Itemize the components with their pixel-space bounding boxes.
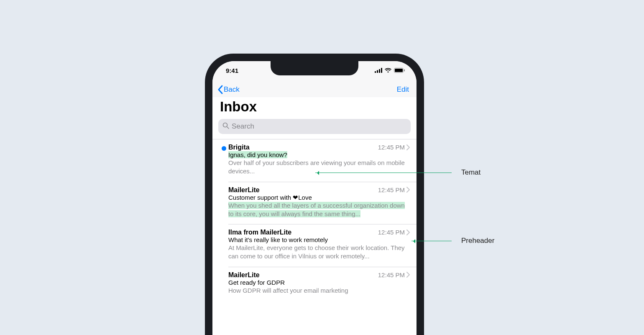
email-content: Brigita12:45 PMIgnas, did you know?Over … (228, 144, 410, 176)
svg-rect-5 (395, 69, 403, 72)
email-content: MailerLite12:45 PMGet ready for GDPRHow … (228, 271, 410, 295)
chevron-left-icon (217, 85, 223, 94)
nav-bar: Back Edit (212, 80, 417, 97)
email-time-col: 12:45 PM (378, 144, 410, 151)
email-time: 12:45 PM (378, 229, 405, 236)
battery-icon (394, 68, 405, 73)
phone-screen: 9:41 (212, 61, 417, 335)
email-content: Ilma from MailerLite12:45 PMWhat it's re… (228, 229, 410, 261)
email-list: Brigita12:45 PMIgnas, did you know?Over … (212, 139, 417, 335)
email-subject: Get ready for GDPR (228, 279, 285, 286)
email-time-col: 12:45 PM (378, 229, 410, 236)
chevron-right-icon (406, 272, 410, 278)
phone-frame: 9:41 (205, 54, 424, 335)
chevron-right-icon (406, 229, 410, 235)
svg-rect-2 (379, 69, 380, 73)
email-time: 12:45 PM (378, 271, 405, 278)
edit-button[interactable]: Edit (397, 85, 409, 94)
email-time: 12:45 PM (378, 144, 405, 151)
callout-label-preheader: Preheader (461, 237, 494, 245)
email-preview: How GDPR will affect your email marketin… (228, 287, 348, 294)
unread-dot-icon (222, 146, 226, 151)
email-subject: Ignas, did you know? (228, 151, 287, 158)
callout-line-subject (315, 173, 452, 173)
email-sender: Brigita (228, 144, 250, 151)
svg-rect-6 (404, 70, 405, 72)
email-content: MailerLite12:45 PMCustomer support with … (228, 186, 410, 219)
back-label: Back (224, 85, 240, 94)
search-input[interactable]: Search (218, 119, 411, 134)
svg-rect-1 (377, 70, 378, 73)
email-row[interactable]: MailerLite12:45 PMGet ready for GDPRHow … (212, 267, 417, 301)
page-title: Inbox (212, 97, 417, 119)
phone-notch (271, 61, 358, 75)
email-preview: At MailerLite, everyone gets to choose t… (228, 244, 405, 260)
callout-line-preheader (411, 241, 452, 241)
email-time: 12:45 PM (378, 186, 405, 193)
status-icons (375, 68, 405, 73)
cellular-icon (375, 68, 382, 73)
svg-line-8 (227, 127, 229, 129)
email-sender: MailerLite (228, 186, 260, 194)
email-subject: What it's really like to work remotely (228, 236, 328, 243)
callout-label-subject: Temat (461, 168, 480, 177)
unread-indicator-slot (219, 229, 228, 261)
email-sender: MailerLite (228, 271, 260, 279)
email-time-col: 12:45 PM (378, 186, 410, 193)
svg-point-7 (223, 123, 227, 127)
email-row[interactable]: MailerLite12:45 PMCustomer support with … (212, 182, 417, 224)
unread-indicator-slot (219, 271, 228, 295)
back-button[interactable]: Back (217, 85, 240, 94)
chevron-right-icon (406, 144, 410, 150)
chevron-right-icon (406, 187, 410, 193)
email-time-col: 12:45 PM (378, 271, 410, 278)
email-preview: When you shed all the layers of a succes… (228, 202, 405, 217)
email-subject: Customer support with ❤Love (228, 194, 312, 201)
status-time: 9:41 (226, 67, 238, 74)
search-icon (222, 122, 229, 131)
svg-rect-0 (375, 71, 376, 73)
search-placeholder: Search (232, 122, 254, 131)
wifi-icon (385, 68, 391, 73)
email-sender: Ilma from MailerLite (228, 229, 291, 236)
svg-rect-3 (381, 68, 382, 73)
unread-indicator-slot (219, 186, 228, 219)
email-row[interactable]: Ilma from MailerLite12:45 PMWhat it's re… (212, 224, 417, 267)
email-row[interactable]: Brigita12:45 PMIgnas, did you know?Over … (212, 139, 417, 182)
unread-indicator-slot (219, 144, 228, 176)
